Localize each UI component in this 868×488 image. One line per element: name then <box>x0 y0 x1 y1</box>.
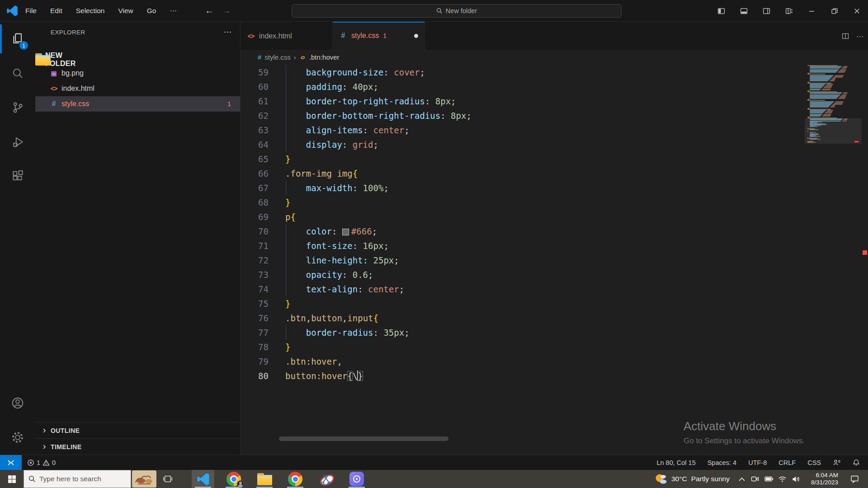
code-line[interactable]: 73 opacity: 0.6; <box>241 267 796 282</box>
toggle-panel-icon[interactable] <box>732 0 755 22</box>
split-editor-icon[interactable] <box>842 33 849 40</box>
settings-gear-icon[interactable] <box>0 420 35 455</box>
code-token: ; <box>466 111 471 121</box>
restore-button[interactable] <box>823 0 845 22</box>
code-line[interactable]: 66.form-img img{ <box>241 166 796 181</box>
minimap[interactable] <box>805 63 862 455</box>
code-line[interactable]: 79.btn:hover, <box>241 354 796 369</box>
code-line[interactable]: 71 font-size: 16px; <box>241 239 796 253</box>
back-icon[interactable]: ← <box>205 5 214 16</box>
source-control-icon[interactable] <box>0 90 35 125</box>
code-line[interactable]: 70 color: #666; <box>241 224 796 239</box>
menu-go[interactable]: Go <box>147 7 156 15</box>
bell-icon[interactable] <box>853 459 860 466</box>
section-timeline[interactable]: TIMELINE <box>35 438 240 455</box>
search-highlight-doodle[interactable] <box>131 470 157 488</box>
cursor-position-status[interactable]: Ln 80, Col 15 <box>656 459 695 466</box>
menu-file[interactable]: File <box>25 7 37 15</box>
customize-layout-icon[interactable] <box>778 0 800 22</box>
search-sidebar-icon[interactable] <box>0 56 35 90</box>
toggle-sidebar-icon[interactable] <box>710 0 732 22</box>
indentation-status[interactable]: Spaces: 4 <box>708 459 737 466</box>
code-line[interactable]: 63 align-items: center; <box>241 123 796 137</box>
tab-index-html[interactable]: <> index.html <box>241 22 333 50</box>
code-line[interactable]: 78} <box>241 340 796 354</box>
taskbar-file-explorer-button[interactable] <box>253 470 276 488</box>
code-editor[interactable]: 59 background-size: cover;60 padding: 40… <box>241 63 868 455</box>
code-line[interactable]: 60 padding: 40px; <box>241 80 796 94</box>
eol-status[interactable]: CRLF <box>778 459 796 466</box>
taskbar-obs-button[interactable] <box>345 470 368 488</box>
taskbar-search-input[interactable] <box>39 475 116 483</box>
search-icon <box>436 8 443 14</box>
minimap-line <box>810 129 815 130</box>
explorer-more-icon[interactable]: ⋯ <box>224 27 232 37</box>
horizontal-scrollbar[interactable] <box>279 436 448 441</box>
code-token: , <box>337 357 342 366</box>
code-line[interactable]: 62 border-bottom-right-radius: 8px; <box>241 108 796 123</box>
code-token: text-align <box>306 284 358 294</box>
feedback-icon[interactable] <box>833 459 841 466</box>
code-line[interactable]: 77 border-radius: 35px; <box>241 325 796 340</box>
account-icon[interactable] <box>0 386 35 420</box>
tab-style-css[interactable]: # style.css 1 <box>333 22 425 50</box>
line-number: 73 <box>241 267 269 282</box>
menu-selection[interactable]: Selection <box>76 7 105 15</box>
code-line[interactable]: 61 border-top-right-radius: 8px; <box>241 94 796 108</box>
volume-icon[interactable] <box>789 476 803 483</box>
code-line[interactable]: 75} <box>241 296 796 311</box>
menu-edit[interactable]: Edit <box>50 7 62 15</box>
code-token <box>285 270 306 280</box>
code-line[interactable]: 80button:hover{\} <box>241 369 796 383</box>
modified-dot-icon[interactable] <box>414 34 418 38</box>
breadcrumb-symbol[interactable]: .btn:hover <box>309 53 340 61</box>
extensions-icon[interactable] <box>0 159 35 193</box>
minimize-button[interactable] <box>800 0 823 22</box>
language-status[interactable]: CSS <box>807 459 821 466</box>
line-text: text-align: center; <box>285 282 404 296</box>
code-line[interactable]: 69p{ <box>241 210 796 224</box>
task-view-button[interactable] <box>157 470 178 488</box>
taskbar-chrome-profile-button[interactable] <box>222 470 245 488</box>
problems-status[interactable]: 1 0 <box>27 459 56 466</box>
section-outline[interactable]: OUTLINE <box>35 422 240 438</box>
breadcrumb[interactable]: # style.css › .btn:hover <box>241 51 868 63</box>
encoding-status[interactable]: UTF-8 <box>748 459 767 466</box>
menu-view[interactable]: View <box>118 7 133 15</box>
code-line[interactable]: 68} <box>241 195 796 210</box>
editor-more-icon[interactable]: ⋯ <box>856 32 863 41</box>
taskbar-vscode-button[interactable] <box>192 470 214 488</box>
code-line[interactable]: 76.btn,button,input{ <box>241 311 796 325</box>
close-button[interactable] <box>845 0 868 22</box>
toggle-secondary-sidebar-icon[interactable] <box>755 0 778 22</box>
taskbar-weather[interactable]: 30°C Partly sunny <box>648 473 735 485</box>
taskbar-snipping-tool-button[interactable] <box>315 470 337 488</box>
start-button[interactable] <box>0 470 24 488</box>
taskbar-search[interactable] <box>24 470 131 488</box>
tree-folder-root[interactable]: NEW FOLDER <box>35 53 51 66</box>
code-line[interactable]: 65} <box>241 152 796 166</box>
tree-item-bg-png[interactable]: ▣ bg.png <box>35 66 240 81</box>
taskbar-chrome-button[interactable] <box>284 470 307 488</box>
run-debug-icon[interactable] <box>0 125 35 159</box>
tree-item-index-html[interactable]: <> index.html <box>35 81 240 96</box>
command-center-search[interactable]: New folder <box>292 4 622 18</box>
tree-item-style-css[interactable]: # style.css 1 <box>35 96 240 112</box>
breadcrumb-file[interactable]: style.css <box>264 53 291 61</box>
remote-indicator[interactable] <box>0 455 22 470</box>
explorer-icon[interactable]: 1 <box>0 22 35 56</box>
taskbar-clock[interactable]: 6:04 AM 8/31/2023 <box>803 472 844 486</box>
menu-more-icon[interactable]: ⋯ <box>170 7 177 15</box>
line-text: border-bottom-right-radius: 8px; <box>285 108 472 123</box>
battery-icon[interactable] <box>762 476 776 482</box>
code-line[interactable]: 64 display: grid; <box>241 137 796 152</box>
meet-now-icon[interactable] <box>749 475 762 483</box>
code-line[interactable]: 59 background-size: cover; <box>241 65 796 80</box>
code-line[interactable]: 72 line-height: 25px; <box>241 253 796 267</box>
tray-expand-icon[interactable] <box>735 477 749 481</box>
action-center-button[interactable] <box>844 475 864 483</box>
line-text: opacity: 0.6; <box>285 267 373 282</box>
code-line[interactable]: 67 max-width: 100%; <box>241 181 796 195</box>
wifi-icon[interactable] <box>776 476 789 483</box>
code-line[interactable]: 74 text-align: center; <box>241 282 796 296</box>
